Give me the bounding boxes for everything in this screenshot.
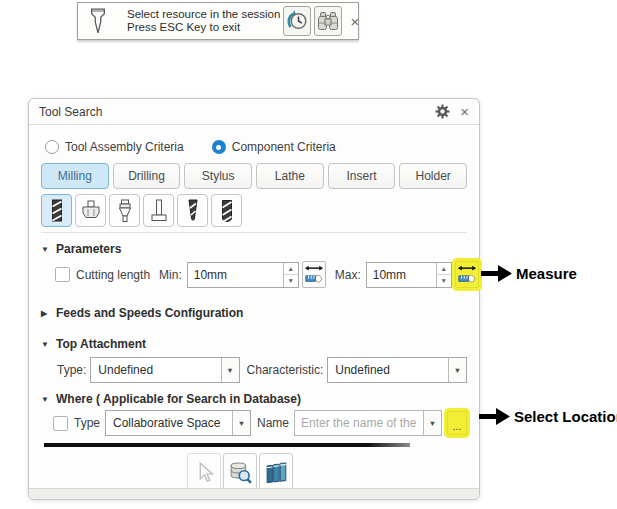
radio-component-criteria[interactable]: Component Criteria	[212, 140, 336, 154]
tab-milling[interactable]: Milling	[41, 163, 109, 189]
cursor-select-icon	[192, 460, 217, 485]
tool-type-face-mill-button[interactable]	[75, 194, 106, 227]
tab-insert[interactable]: Insert	[328, 163, 396, 189]
spin-down-icon[interactable]: ▼	[284, 275, 298, 287]
location-name-combo: ▼	[294, 410, 442, 436]
catalog-books-icon	[264, 460, 289, 485]
chamfer-mill-icon	[114, 198, 136, 224]
section-title: Feeds and Speeds Configuration	[56, 306, 243, 320]
feeds-speeds-section-header[interactable]: ▶ Feeds and Speeds Configuration	[41, 306, 467, 320]
criteria-radio-group: Tool Assembly Criteria Component Criteri…	[41, 140, 467, 154]
catalog-browser-button[interactable]	[259, 453, 293, 491]
measure-max-button-highlighted[interactable]	[455, 261, 479, 288]
spin-up-icon[interactable]: ▲	[437, 263, 451, 276]
database-search-button[interactable]	[223, 453, 257, 491]
history-button[interactable]	[283, 6, 311, 36]
chevron-down-icon[interactable]: ▼	[448, 358, 466, 382]
radio-unselected-icon[interactable]	[45, 140, 59, 154]
min-input[interactable]	[188, 263, 283, 287]
attachment-type-dropdown[interactable]: Undefined ▼	[90, 357, 239, 383]
max-input[interactable]	[367, 263, 436, 287]
tooltip-message: Select resource in the session Press ESC…	[127, 8, 280, 34]
tool-type-drill-button[interactable]	[211, 194, 242, 227]
probe-tool-icon	[88, 6, 108, 36]
select-location-annotation-label: Select Location	[514, 408, 617, 425]
annotation-black-line	[44, 443, 410, 447]
tooltip-line-2: Press ESC Key to exit	[127, 21, 280, 34]
cutting-length-checkbox[interactable]	[55, 267, 70, 282]
dropdown-value: Undefined	[328, 358, 448, 382]
chevron-down-icon[interactable]: ▼	[221, 358, 239, 382]
where-type-label: Type	[74, 416, 100, 430]
radio-selected-icon[interactable]	[212, 140, 226, 154]
tooltip-line-1: Select resource in the session	[127, 8, 280, 21]
measure-icon	[457, 264, 477, 285]
where-type-checkbox[interactable]	[53, 416, 68, 431]
dialog-content: Tool Assembly Criteria Component Criteri…	[29, 140, 479, 491]
tooltip-close-icon[interactable]: ×	[350, 14, 359, 29]
dialog-titlebar[interactable]: Tool Search ×	[29, 99, 479, 125]
radio-tool-assembly-criteria[interactable]: Tool Assembly Criteria	[45, 140, 184, 154]
tool-type-taper-mill-button[interactable]	[177, 194, 208, 227]
t-slot-mill-icon	[148, 198, 170, 224]
tool-search-dialog: Tool Search × Tool Assembly Criteria	[28, 98, 480, 500]
dialog-title: Tool Search	[39, 105, 435, 119]
dropdown-value: Collaborative Space	[106, 411, 232, 435]
min-label: Min:	[159, 268, 182, 282]
where-name-label: Name	[257, 416, 289, 430]
parameters-section-header[interactable]: ▼ Parameters	[41, 242, 467, 256]
max-spinner[interactable]: ▲ ▼	[436, 263, 451, 287]
end-mill-icon	[46, 198, 68, 224]
characteristic-dropdown[interactable]: Undefined ▼	[327, 357, 467, 383]
expanded-triangle-icon: ▼	[41, 340, 50, 349]
expanded-triangle-icon: ▼	[41, 395, 50, 404]
taper-mill-icon	[182, 198, 204, 224]
min-spinner[interactable]: ▲ ▼	[283, 263, 298, 287]
where-row: Type Collaborative Space ▼ Name ▼ ...	[41, 410, 467, 436]
history-clock-icon	[285, 9, 309, 33]
tool-type-end-mill-button[interactable]	[41, 194, 72, 227]
top-attachment-section-header[interactable]: ▼ Top Attachment	[41, 337, 467, 351]
section-title: Where ( Applicable for Search in Databas…	[56, 392, 301, 406]
spin-up-icon[interactable]: ▲	[284, 263, 298, 276]
database-search-icon	[228, 460, 253, 485]
attachment-type-label: Type:	[57, 363, 86, 377]
annotation-arrow-icon	[481, 265, 512, 282]
dialog-close-icon[interactable]: ×	[460, 104, 469, 119]
drill-icon	[216, 198, 238, 224]
gear-icon[interactable]	[435, 104, 450, 119]
where-section-header[interactable]: ▼ Where ( Applicable for Search in Datab…	[41, 392, 467, 406]
location-name-input[interactable]	[295, 411, 423, 435]
tab-holder[interactable]: Holder	[399, 163, 467, 189]
section-title: Parameters	[56, 242, 121, 256]
characteristic-label: Characteristic:	[247, 363, 324, 377]
dialog-action-buttons	[27, 453, 453, 491]
select-in-session-button[interactable]	[187, 453, 221, 491]
max-spin-input: ▲ ▼	[366, 262, 452, 288]
tab-stylus[interactable]: Stylus	[184, 163, 252, 189]
select-location-button-highlighted[interactable]: ...	[447, 411, 467, 435]
tab-drilling[interactable]: Drilling	[113, 163, 181, 189]
max-label: Max:	[335, 268, 361, 282]
resource-tooltip-bar: Select resource in the session Press ESC…	[77, 2, 359, 40]
top-attachment-row: Type: Undefined ▼ Characteristic: Undefi…	[41, 357, 467, 383]
dialog-footer	[29, 488, 479, 499]
tool-type-chamfer-mill-button[interactable]	[109, 194, 140, 227]
search-resource-button[interactable]	[314, 6, 342, 36]
cutting-length-row: Cutting length Min: ▲ ▼	[41, 261, 467, 288]
min-spin-input: ▲ ▼	[187, 262, 299, 288]
tool-type-t-slot-mill-button[interactable]	[143, 194, 174, 227]
tool-type-buttons	[41, 194, 467, 227]
spin-down-icon[interactable]: ▼	[437, 275, 451, 287]
radio-label: Component Criteria	[232, 140, 336, 154]
measure-min-button[interactable]	[302, 261, 326, 288]
section-title: Top Attachment	[56, 337, 146, 351]
face-mill-icon	[80, 198, 102, 224]
tab-lathe[interactable]: Lathe	[256, 163, 324, 189]
measure-icon	[304, 264, 324, 285]
chevron-down-icon[interactable]: ▼	[423, 411, 441, 435]
where-type-dropdown[interactable]: Collaborative Space ▼	[105, 410, 251, 436]
measure-annotation: Measure	[481, 265, 577, 282]
chevron-down-icon[interactable]: ▼	[232, 411, 250, 435]
radio-label: Tool Assembly Criteria	[65, 140, 184, 154]
